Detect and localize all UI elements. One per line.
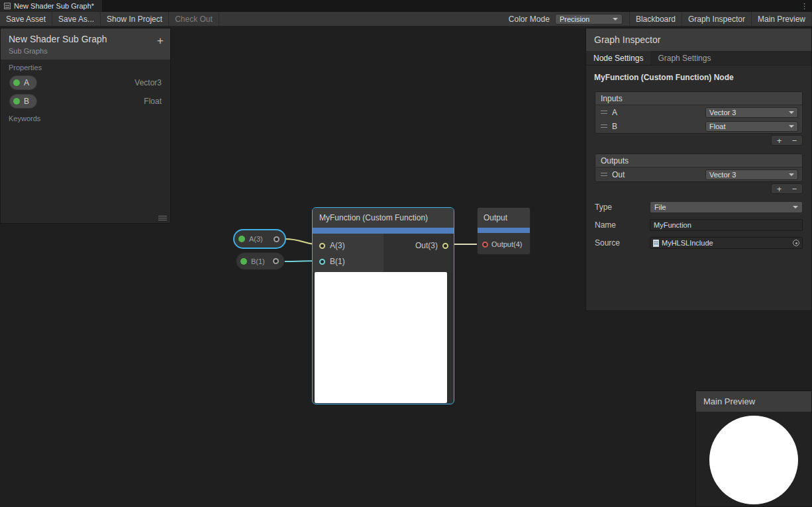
input-type-value: Float <box>709 122 725 130</box>
property-row-a: A Vector3 <box>1 73 170 92</box>
property-row-b: B Float <box>1 92 170 111</box>
source-object-field[interactable]: MyHLSLInclude <box>650 237 803 249</box>
chevron-down-icon <box>789 111 794 114</box>
blackboard-panel: New Shader Sub Graph Sub Graphs + Proper… <box>0 28 171 224</box>
input-port-a[interactable] <box>319 243 325 249</box>
property-node-label: A(3) <box>249 235 263 243</box>
inspector-tabs: Node Settings Graph Settings <box>586 51 811 66</box>
outputs-list-footer: + − <box>771 183 803 194</box>
inputs-list-footer: + − <box>771 135 803 146</box>
node-title[interactable]: MyFunction (Custom Function) <box>313 208 454 228</box>
remove-output-button[interactable]: − <box>787 184 802 193</box>
tab-title: New Shader Sub Graph* <box>14 2 94 10</box>
output-name: Out <box>612 170 625 179</box>
add-input-button[interactable]: + <box>772 136 787 145</box>
drag-handle-icon[interactable] <box>601 124 607 128</box>
outputs-row-out[interactable]: Out Vector 3 <box>595 167 802 181</box>
blackboard-toggle-button[interactable]: Blackboard <box>629 12 682 26</box>
property-node-b[interactable]: B(1) <box>236 252 285 270</box>
drag-handle-icon[interactable] <box>601 111 607 114</box>
node-accent-strip <box>478 228 530 233</box>
outputs-list: Outputs Out Vector 3 <box>595 154 803 182</box>
shadergraph-icon <box>4 3 11 9</box>
output-port-out[interactable] <box>442 243 448 249</box>
object-picker-icon[interactable] <box>793 240 799 246</box>
output-port-label: Out(3) <box>415 241 438 250</box>
input-port-b-label: B(1) <box>330 257 345 266</box>
property-type: Vector3 <box>134 78 162 87</box>
input-port-a-label: A(3) <box>330 241 345 250</box>
input-name: B <box>612 122 617 131</box>
tab-node-settings[interactable]: Node Settings <box>586 51 650 65</box>
output-node[interactable]: Output Output(4) <box>477 207 531 255</box>
property-color-dot <box>13 79 20 86</box>
graph-inspector-title[interactable]: Graph Inspector <box>586 28 811 51</box>
main-preview-toggle-button[interactable]: Main Preview <box>752 12 812 26</box>
chevron-down-icon <box>613 18 618 21</box>
chevron-down-icon <box>789 125 794 128</box>
property-pill-a[interactable]: A <box>9 75 37 90</box>
input-port-b[interactable] <box>319 259 325 265</box>
custom-function-node[interactable]: MyFunction (Custom Function) A(3) B(1) O… <box>312 207 454 404</box>
name-field-label: Name <box>595 220 650 230</box>
check-out-button: Check Out <box>169 12 219 26</box>
output-port-row: Out(3) <box>415 238 448 254</box>
name-input[interactable]: MyFunction <box>650 219 803 231</box>
drag-handle-icon[interactable] <box>601 173 607 176</box>
input-type-value: Vector 3 <box>709 109 736 116</box>
graph-inspector-panel: Graph Inspector Node Settings Graph Sett… <box>585 28 812 311</box>
property-node-a[interactable]: A(3) <box>233 229 286 249</box>
output-node-port-row: Output(4) <box>478 233 530 255</box>
property-color-dot <box>13 98 20 105</box>
properties-section-label: Properties <box>1 60 170 73</box>
type-field-label: Type <box>595 203 650 212</box>
tab-menu-icon[interactable]: ⋮ <box>797 0 812 12</box>
blackboard-header[interactable]: New Shader Sub Graph Sub Graphs + <box>1 28 170 60</box>
toolbar: Save Asset Save As... Show In Project Ch… <box>0 12 812 26</box>
property-output-port[interactable] <box>273 258 279 264</box>
input-port-row-b: B(1) <box>313 254 383 269</box>
inputs-row-a[interactable]: A Vector 3 <box>595 105 802 119</box>
output-type-dropdown[interactable]: Vector 3 <box>705 169 798 180</box>
add-property-button[interactable]: + <box>157 35 164 46</box>
add-output-button[interactable]: + <box>772 184 787 193</box>
output-node-port[interactable] <box>482 242 488 248</box>
source-object-value: MyHLSLInclude <box>662 239 713 247</box>
blackboard-subtitle: Sub Graphs <box>9 47 162 55</box>
property-pill-b[interactable]: B <box>9 94 37 109</box>
main-preview-viewport[interactable] <box>696 412 811 506</box>
output-type-value: Vector 3 <box>709 171 736 179</box>
input-type-dropdown[interactable]: Float <box>705 121 798 132</box>
precision-dropdown[interactable]: Precision <box>555 14 623 24</box>
remove-input-button[interactable]: − <box>787 136 802 145</box>
chevron-down-icon <box>793 206 798 208</box>
tab-graph-settings[interactable]: Graph Settings <box>650 51 718 65</box>
property-type: Float <box>144 97 162 106</box>
inputs-row-b[interactable]: B Float <box>595 119 802 133</box>
type-dropdown-value: File <box>654 203 666 211</box>
node-title[interactable]: Output <box>478 208 530 228</box>
property-color-dot <box>240 258 247 265</box>
window-tab-bar: New Shader Sub Graph* ⋮ <box>0 0 812 12</box>
property-color-dot <box>238 236 245 242</box>
main-preview-title[interactable]: Main Preview <box>696 391 811 412</box>
property-output-port[interactable] <box>274 236 279 242</box>
blackboard-title: New Shader Sub Graph <box>9 34 162 44</box>
input-port-row-a: A(3) <box>313 238 383 254</box>
node-settings-heading: MyFunction (Custom Function) Node <box>586 66 811 86</box>
property-node-label: B(1) <box>251 257 265 265</box>
resize-handle[interactable] <box>158 216 167 220</box>
hlsl-file-icon <box>653 240 659 247</box>
preview-sphere <box>709 416 798 504</box>
save-asset-button[interactable]: Save Asset <box>0 12 52 26</box>
node-accent-strip <box>313 228 454 234</box>
input-type-dropdown[interactable]: Vector 3 <box>705 107 798 118</box>
precision-dropdown-value: Precision <box>560 15 589 23</box>
input-name: A <box>612 108 617 117</box>
show-in-project-button[interactable]: Show In Project <box>101 12 169 26</box>
type-dropdown[interactable]: File <box>650 201 803 213</box>
graph-inspector-toggle-button[interactable]: Graph Inspector <box>682 12 752 26</box>
shader-graph-tab[interactable]: New Shader Sub Graph* <box>0 0 102 12</box>
save-as-button[interactable]: Save As... <box>52 12 101 26</box>
outputs-list-header: Outputs <box>595 154 802 167</box>
